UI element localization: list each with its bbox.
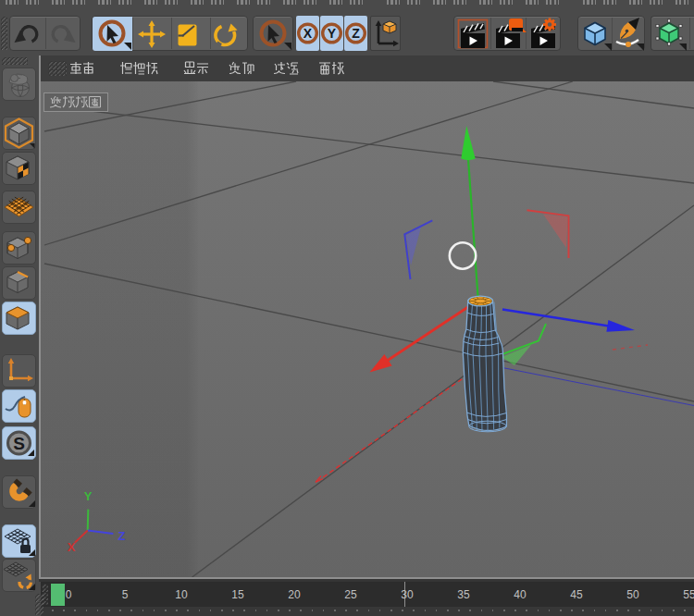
svg-text:Y: Y [84, 489, 93, 503]
svg-text:Y: Y [328, 26, 337, 41]
svg-text:X: X [68, 540, 76, 554]
svg-text:S: S [13, 434, 25, 453]
svg-text:Z: Z [118, 529, 126, 543]
svg-text:Z: Z [352, 26, 360, 41]
svg-text:X: X [304, 26, 313, 41]
